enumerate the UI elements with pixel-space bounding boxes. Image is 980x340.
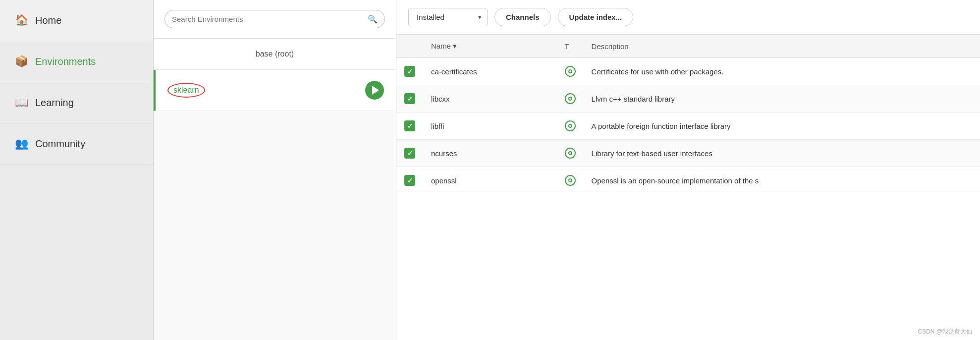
env-name-sklearn: sklearn [167,83,205,98]
table-header: Name ▾ T Description [396,35,980,58]
row-checkbox[interactable]: ✓ [396,113,423,140]
update-index-button[interactable]: Update index... [558,8,634,26]
sidebar-label-learning: Learning [35,97,74,109]
packages-table-container: Name ▾ T Description ✓ ca-certificates C… [396,35,980,340]
row-type [557,85,584,113]
row-name: ca-certificates [423,58,557,85]
packages-panel: Installed All Not installed Updatable ▾ … [396,0,980,340]
checkbox-checked-icon: ✓ [404,120,415,131]
checkbox-checked-icon: ✓ [404,93,415,104]
row-type [557,58,584,85]
search-icon: 🔍 [368,14,378,24]
row-checkbox[interactable]: ✓ [396,58,423,85]
search-input[interactable] [172,15,364,23]
type-icon [565,66,576,77]
environment-list: base (root) sklearn [154,39,396,340]
row-description: Llvm c++ standard library [584,85,980,113]
type-icon-inner [568,178,572,182]
search-container: 🔍 [154,0,396,39]
community-icon: 👥 [15,137,28,150]
row-name: libffi [423,113,557,140]
row-type [557,167,584,194]
env-name-base: base (root) [256,50,294,58]
type-icon-inner [568,97,572,101]
run-environment-button[interactable] [365,81,384,100]
toolbar: Installed All Not installed Updatable ▾ … [396,0,980,35]
sidebar-item-home[interactable]: 🏠 Home [0,0,153,41]
packages-table: Name ▾ T Description ✓ ca-certificates C… [396,35,980,194]
table-row: ✓ ca-certificates Certificates for use w… [396,58,980,85]
col-header-type: T [557,35,584,58]
table-row: ✓ openssl Openssl is an open-source impl… [396,167,980,194]
row-description: A portable foreign function interface li… [584,113,980,140]
col-header-checkbox [396,35,423,58]
col-header-description: Description [584,35,980,58]
type-icon-inner [568,151,572,155]
row-name: ncurses [423,140,557,167]
sidebar: 🏠 Home 📦 Environments 📖 Learning 👥 Commu… [0,0,154,340]
type-icon [565,120,576,131]
row-name: libcxx [423,85,557,113]
row-checkbox[interactable]: ✓ [396,140,423,167]
sidebar-item-environments[interactable]: 📦 Environments [0,41,153,82]
row-type [557,140,584,167]
checkbox-checked-icon: ✓ [404,175,415,186]
environments-icon: 📦 [15,55,28,68]
filter-select-wrap: Installed All Not installed Updatable ▾ [408,8,488,26]
learning-icon: 📖 [15,96,28,109]
checkbox-checked-icon: ✓ [404,148,415,159]
table-row: ✓ libffi A portable foreign function int… [396,113,980,140]
type-icon-inner [568,69,572,73]
sidebar-item-community[interactable]: 👥 Community [0,123,153,165]
type-icon [565,148,576,159]
env-item-sklearn[interactable]: sklearn [154,70,396,111]
filter-select[interactable]: Installed All Not installed Updatable [408,8,488,26]
row-description: Library for text-based user interfaces [584,140,980,167]
row-checkbox[interactable]: ✓ [396,167,423,194]
packages-tbody: ✓ ca-certificates Certificates for use w… [396,58,980,194]
type-icon-inner [568,124,572,128]
channels-button[interactable]: Channels [494,8,551,26]
checkbox-checked-icon: ✓ [404,66,415,77]
env-item-base[interactable]: base (root) [154,39,396,70]
home-icon: 🏠 [15,14,28,27]
sort-icon: ▾ [453,42,457,50]
row-checkbox[interactable]: ✓ [396,85,423,113]
table-row: ✓ ncurses Library for text-based user in… [396,140,980,167]
row-description: Certificates for use with other packages… [584,58,980,85]
watermark: CSDN @我是黄大仙 [918,328,972,336]
type-icon [565,175,576,186]
row-type [557,113,584,140]
search-bar: 🔍 [164,10,385,28]
sidebar-label-community: Community [35,138,85,150]
row-description: Openssl is an open-source implementation… [584,167,980,194]
col-header-name[interactable]: Name ▾ [423,35,557,58]
table-row: ✓ libcxx Llvm c++ standard library [396,85,980,113]
row-name: openssl [423,167,557,194]
sidebar-label-environments: Environments [35,56,96,67]
sidebar-label-home: Home [35,15,61,26]
type-icon [565,93,576,104]
sidebar-item-learning[interactable]: 📖 Learning [0,82,153,123]
environment-list-panel: 🔍 base (root) sklearn [154,0,396,340]
